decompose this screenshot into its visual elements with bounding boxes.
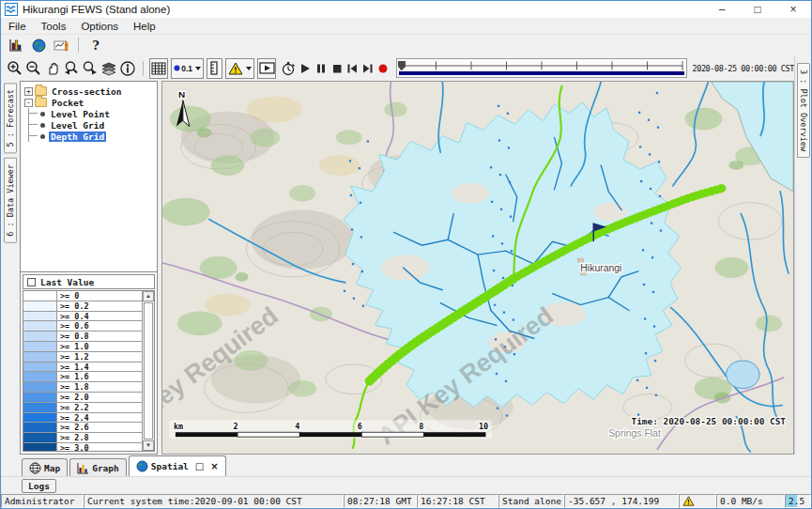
tree-item[interactable]: Depth Grid: [24, 131, 157, 142]
status-warning[interactable]: [679, 494, 716, 508]
menu-tools[interactable]: Tools: [34, 21, 74, 32]
scroll-thumb[interactable]: [144, 302, 153, 440]
map-canvas[interactable]: API Key Required API Key Required Hikura…: [162, 82, 793, 454]
svg-text:4: 4: [295, 422, 299, 431]
chevron-down-icon: [246, 67, 252, 70]
legend-row[interactable]: >= 2.8: [23, 433, 142, 443]
tree-item[interactable]: +Cross-section: [24, 85, 157, 97]
legend-swatch: [23, 443, 57, 451]
legend-row[interactable]: >= 3.0: [23, 443, 142, 451]
interval-dropdown[interactable]: 0.1: [171, 58, 204, 79]
scroll-up-icon[interactable]: ▲: [143, 291, 154, 301]
expand-icon[interactable]: +: [24, 87, 33, 96]
svg-text:6: 6: [358, 422, 362, 431]
tab-forecast[interactable]: 5 : Forecast: [4, 83, 17, 153]
legend-scrollbar[interactable]: ▲ ▼: [142, 291, 154, 451]
tab-spatial[interactable]: Spatial □ ×: [129, 455, 226, 476]
last-value-checkbox[interactable]: [27, 278, 36, 286]
data-explorer-button[interactable]: [5, 36, 27, 54]
tab-map[interactable]: Map: [22, 458, 68, 476]
pause-button[interactable]: [314, 58, 329, 79]
collapse-icon[interactable]: -: [24, 99, 33, 107]
legend-label: >= 1.0: [57, 342, 142, 351]
minimize-button[interactable]: –: [704, 1, 740, 18]
maximize-button[interactable]: □: [740, 1, 775, 18]
import-chart-button[interactable]: [50, 36, 72, 54]
close-button[interactable]: ×: [775, 1, 811, 18]
legend-row[interactable]: >= 2.0: [23, 393, 142, 403]
skip-to-end-button[interactable]: [360, 58, 375, 79]
pan-hand-button[interactable]: [43, 58, 62, 79]
tree-item[interactable]: Level Point: [24, 108, 157, 119]
map-view[interactable]: API Key Required API Key Required Hikura…: [161, 81, 794, 455]
warning-threshold-dropdown[interactable]: [225, 58, 254, 79]
window-controls: – □ ×: [704, 1, 811, 18]
legend-row[interactable]: >= 0.4: [23, 312, 142, 322]
title-bar: Hikurangi FEWS (Stand alone) – □ ×: [1, 1, 811, 18]
legend-panel: Last Value >= 0>= 0.2>= 0.4>= 0.6>= 0.8>…: [21, 272, 157, 454]
layer-tree[interactable]: +Cross-section-PocketLevel PointLevel Gr…: [21, 82, 157, 272]
tab-maximize-icon[interactable]: □: [195, 461, 204, 471]
legend-header: Last Value: [23, 274, 155, 289]
timeline-datetime: 2020-08-25 00:00:00 CST: [692, 64, 794, 73]
menu-help[interactable]: Help: [126, 21, 163, 32]
play-button[interactable]: [298, 58, 314, 79]
timeline-thumb[interactable]: [398, 61, 406, 70]
animation-clock-button[interactable]: [279, 58, 298, 79]
grid-display-button[interactable]: [149, 58, 168, 79]
legend-swatch: [23, 423, 57, 432]
stop-button[interactable]: [329, 58, 345, 79]
legend-row[interactable]: >= 0.8: [23, 332, 142, 342]
zoom-next-button[interactable]: [81, 58, 100, 79]
animation-button[interactable]: [257, 58, 276, 79]
timeline-slider[interactable]: [396, 58, 687, 78]
legend-row[interactable]: >= 1.8: [23, 382, 142, 393]
map-globe-button[interactable]: [27, 36, 50, 54]
data-viewer-panel: +Cross-section-PocketLevel PointLevel Gr…: [20, 81, 158, 455]
legend-row[interactable]: >= 1.4: [23, 362, 142, 373]
legend-label: >= 0: [57, 291, 142, 301]
bottom-tab-bar: Map Graph Spatial □ ×: [1, 455, 811, 476]
legend-row[interactable]: >= 1.0: [23, 342, 142, 352]
legend-swatch: [23, 382, 57, 392]
legend-label: >= 1.6: [57, 372, 142, 381]
svg-text:km: km: [174, 422, 183, 431]
legend-row[interactable]: >= 2.4: [23, 413, 142, 424]
tree-item[interactable]: -Pocket: [24, 97, 157, 108]
scroll-down-icon[interactable]: ▼: [143, 440, 154, 451]
left-dock-strip: 5 : Forecast 6 : Data Viewer: [1, 81, 20, 455]
status-local-time: 16:27:18 CST: [417, 494, 498, 508]
tab-data-viewer[interactable]: 6 : Data Viewer: [4, 158, 17, 243]
menu-options[interactable]: Options: [73, 21, 126, 32]
logs-row: Logs: [1, 476, 811, 494]
menu-file[interactable]: File: [1, 21, 34, 32]
legend-row[interactable]: >= 0: [23, 291, 142, 301]
legend-row[interactable]: >= 1.2: [23, 352, 142, 362]
logs-button[interactable]: Logs: [22, 479, 56, 493]
tree-connector: [28, 108, 39, 119]
legend-swatch: [23, 352, 57, 362]
help-button[interactable]: ?: [84, 36, 107, 54]
tab-plot-overview[interactable]: 3 : Plot Overview: [797, 63, 810, 158]
tab-spatial-label: Spatial: [151, 461, 189, 471]
legend-row[interactable]: >= 0.6: [23, 321, 142, 332]
legend-row[interactable]: >= 0.2: [23, 301, 142, 312]
skip-to-start-button[interactable]: [345, 58, 360, 79]
legend-row[interactable]: >= 2.6: [23, 423, 142, 433]
tab-close-icon[interactable]: ×: [210, 461, 218, 471]
tree-item[interactable]: Level Grid: [24, 119, 157, 131]
bullet-icon: [40, 123, 45, 128]
zoom-out-button[interactable]: [24, 58, 43, 79]
zoom-previous-button[interactable]: [62, 58, 81, 79]
main-area: 5 : Forecast 6 : Data Viewer +Cross-sect…: [1, 81, 794, 455]
legend-row[interactable]: >= 2.2: [23, 403, 142, 413]
legend-swatch: [23, 403, 57, 412]
info-button[interactable]: [118, 58, 137, 79]
tab-graph[interactable]: Graph: [69, 458, 127, 476]
record-button[interactable]: [375, 58, 391, 79]
legend-row[interactable]: >= 1.6: [23, 372, 142, 382]
zoom-in-button[interactable]: [6, 58, 24, 79]
profile-ruler-button[interactable]: [207, 58, 222, 79]
layers-button[interactable]: [100, 58, 118, 79]
legend-swatch: [23, 342, 57, 351]
